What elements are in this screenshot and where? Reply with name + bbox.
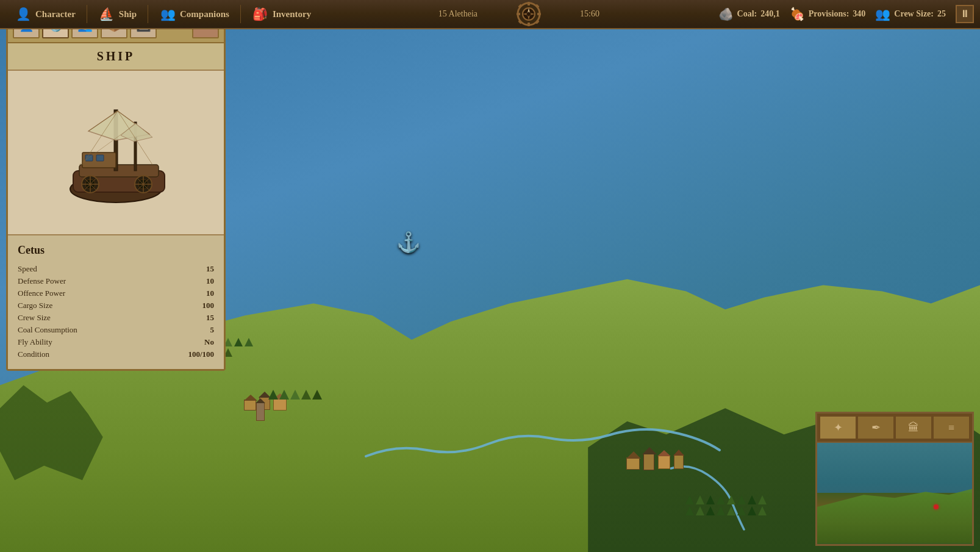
svg-rect-5 [537,13,541,15]
compass-icon [514,0,543,29]
trees-cluster-right [685,495,767,515]
stat-label-cargo: Cargo Size [18,301,52,310]
nav-item-character[interactable]: 👤 Character [6,3,84,25]
minimap-ocean [817,443,972,493]
top-bar-right-resources: 🪨 Coal: 240,1 🍖 Provisions: 340 👥 Crew S… [718,5,974,23]
svg-rect-4 [517,13,520,15]
stat-value-speed: 15 [206,264,214,274]
player-ship-sprite: ⚓ [396,231,421,254]
nav-label-inventory: Inventory [273,9,311,20]
minimap-tab-quill[interactable]: ✒ [857,416,894,439]
coal-icon: 🪨 [718,7,734,21]
time-display: 15:60 [580,9,599,19]
nav-item-ship[interactable]: ⛵ Ship [90,3,145,25]
stat-label-condition: Condition [18,349,49,359]
stat-value-condition: 100/100 [188,349,214,359]
nav-separator-2 [148,5,148,23]
svg-rect-37 [96,155,104,161]
top-bar-center: 15 Aletheia 15 [320,0,718,29]
stat-label-speed: Speed [18,264,37,274]
stat-value-fly-ability: No [204,337,214,347]
date-display: 15 Aletheia [438,9,477,19]
nav-item-inventory[interactable]: 🎒 Inventory [243,3,320,25]
ship-name: Cetus [18,244,214,257]
provisions-icon: 🍖 [790,7,805,21]
stat-value-cargo: 100 [202,301,215,310]
stat-row-condition: Condition 100/100 [18,348,214,360]
village-right [626,448,699,491]
nav-label-companions: Companions [180,9,229,20]
stat-label-offence: Offence Power [18,289,65,298]
minimap-tab-compass[interactable]: ✦ [820,416,856,439]
companions-nav-icon: 👥 [159,5,176,23]
stat-row-fly-ability: Fly Ability No [18,336,214,348]
pause-button[interactable]: ⏸ [956,5,974,23]
minimap-column-icon: 🏛 [908,421,919,434]
stat-label-fly-ability: Fly Ability [18,337,52,347]
stat-label-defense: Defense Power [18,276,66,286]
ship-panel: 👤 ⚓ 👥 📦 🔲 ✕ SHIP [6,6,226,371]
minimap-quill-icon: ✒ [871,421,881,434]
provisions-resource: 🍖 Provisions: 340 [790,7,866,21]
nav-item-companions[interactable]: 👥 Companions [151,3,238,25]
stat-row-crew: Crew Size 15 [18,312,214,324]
minimap-compass-icon: ✦ [834,421,843,434]
panel-title-section: SHIP [8,43,224,71]
stat-row-coal-consumption: Coal Consumption 5 [18,324,214,336]
stat-row-defense: Defense Power 10 [18,275,214,287]
svg-rect-3 [528,23,530,26]
stat-value-defense: 10 [206,276,214,286]
crew-resource: 👥 Crew Size: 25 [875,7,946,21]
minimap-tab-menu[interactable]: ≡ [933,416,970,439]
nav-label-ship: Ship [119,9,137,20]
character-icon: 👤 [15,5,32,23]
coal-value: 240,1 [760,9,780,19]
nav-separator-1 [87,5,87,23]
ship-stats-section: Cetus Speed 15 Defense Power 10 Offence … [8,235,224,369]
provisions-label: Provisions: [809,9,849,19]
svg-rect-2 [528,2,530,5]
provisions-value: 340 [853,9,865,19]
minimap-menu-icon: ≡ [948,421,954,434]
stat-value-crew: 15 [206,313,214,323]
stat-row-offence: Offence Power 10 [18,287,214,299]
nav-label-character: Character [35,9,76,20]
trees-cluster-2 [268,390,329,400]
ship-svg-illustration [49,85,183,220]
ship-nav-icon: ⛵ [98,5,115,23]
minimap-content [817,443,972,543]
stat-label-crew: Crew Size [18,313,51,323]
minimap-panel: ✦ ✒ 🏛 ≡ [815,412,974,546]
crew-icon: 👥 [875,7,890,21]
stat-row-cargo: Cargo Size 100 [18,299,214,312]
stat-label-coal-consumption: Coal Consumption [18,325,77,335]
stat-value-coal-consumption: 5 [210,325,215,335]
stat-row-speed: Speed 15 [18,263,214,275]
crew-value: 25 [937,9,946,19]
minimap-marker [934,504,939,509]
minimap-tabs: ✦ ✒ 🏛 ≡ [817,414,972,443]
coal-label: Coal: [737,9,757,19]
nav-separator-3 [240,5,241,23]
inventory-nav-icon: 🎒 [252,5,269,23]
top-navigation-bar: 👤 Character ⛵ Ship 👥 Companions 🎒 Invent… [0,0,980,29]
ship-image-section [8,71,224,235]
coal-resource: 🪨 Coal: 240,1 [718,7,780,21]
stat-value-offence: 10 [206,289,214,298]
panel-title: SHIP [14,49,218,63]
pause-icon: ⏸ [960,9,970,20]
crew-label: Crew Size: [894,9,934,19]
minimap-tab-column[interactable]: 🏛 [895,416,932,439]
